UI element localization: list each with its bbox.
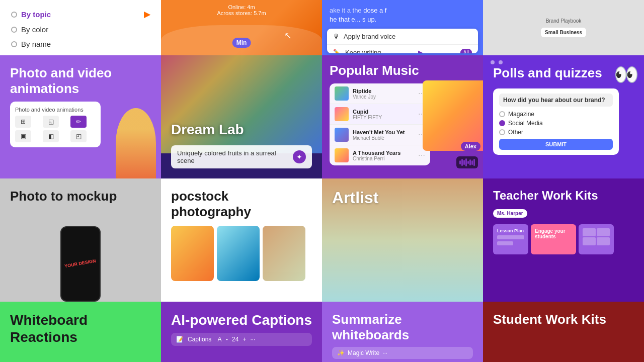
extra-teacher-card [579, 224, 614, 254]
poll-card[interactable]: How did you hear about our brand? Magazi… [493, 88, 619, 155]
waveform [456, 156, 478, 168]
keep-writing-item[interactable]: ✏️ Keep writing ▶ All [327, 45, 478, 53]
radio-other[interactable] [499, 129, 505, 135]
captions-toolbar[interactable]: 📝 Captions A - 24 + ··· [171, 333, 312, 346]
summarize-title: Summarize whiteboards [332, 312, 473, 343]
pv-icon-3-active[interactable]: ✏ [70, 116, 87, 128]
music-layout: Riptide Vance Joy ⋯ Cupid FIFTY FIFTY ⋯ [330, 83, 475, 165]
wave-bar-5 [467, 161, 469, 164]
poll-question: How did you hear about our brand? [499, 94, 613, 107]
topic-dropdown: By topic ▶ By color By name [6, 7, 155, 51]
cursor-indicator: ↖ [284, 30, 292, 41]
music-track-riptide[interactable]: Riptide Vance Joy ⋯ [330, 83, 430, 104]
by-color-item[interactable]: By color [6, 22, 155, 37]
poll-option-social[interactable]: Social Media [499, 120, 613, 127]
magic-write-label: Magic Write [348, 349, 379, 356]
more-options-icon[interactable]: ··· [250, 336, 255, 343]
lesson-plan-label: Lesson Plan [497, 228, 524, 233]
music-track-thousand[interactable]: A Thousand Years Christina Perri ⋯ [330, 145, 430, 165]
captions-icon: 📝 [176, 336, 184, 343]
extra-box-3 [583, 237, 596, 245]
music-player[interactable]: Riptide Vance Joy ⋯ Cupid FIFTY FIFTY ⋯ [330, 83, 430, 165]
font-icon: A [217, 336, 221, 343]
pocstock-photo-3 [263, 226, 305, 281]
wave-bar-6 [469, 159, 471, 165]
teacher-cards: Lesson Plan Engage your students [493, 224, 634, 254]
ai-captions-cell[interactable]: AI-powered Captions 📝 Captions A - 24 + … [161, 302, 322, 362]
captions-label: Captions [188, 336, 211, 343]
magic-write-bar[interactable]: ✨ Magic Write ··· [332, 347, 473, 359]
stores-cell: Online: 4m Across stores: 5.7m Min ↖ [161, 0, 322, 55]
across-stores: Across stores: 5.7m [191, 10, 292, 16]
radio-magazine[interactable] [499, 111, 505, 117]
track-thumb-havent [335, 128, 349, 142]
photo-video-title: Photo and video animations [10, 65, 151, 97]
submit-button[interactable]: SUBMIT [499, 139, 613, 150]
extra-box-2 [597, 228, 610, 236]
apply-brand-voice-item[interactable]: 🎙 Apply brand voice [327, 29, 478, 45]
ai-captions-title: AI-powered Captions [171, 312, 312, 329]
track-artist-riptide: Vance Joy [353, 94, 414, 100]
eyes-icon: 👀 [614, 63, 639, 86]
track-thumb-riptide [335, 86, 349, 101]
pocstock-cell[interactable]: pocstock photography [161, 178, 322, 302]
dot-icon-name [11, 41, 17, 47]
dot-icon-color [11, 27, 17, 33]
track-dots-thousand[interactable]: ⋯ [418, 151, 425, 159]
apply-brand-voice-label: Apply brand voice [344, 33, 395, 40]
dream-prompt[interactable]: Uniquely colored fruits in a surreal sce… [171, 145, 312, 168]
track-artist-thousand: Christina Perri [353, 156, 414, 161]
pocstock-photos [171, 226, 312, 281]
music-track-havent[interactable]: Haven't Met You Yet Michael Bublé ⋯ [330, 125, 430, 145]
music-track-cupid[interactable]: Cupid FIFTY FIFTY ⋯ [330, 104, 430, 125]
whiteboard-cell[interactable]: Whiteboard Reactions [0, 302, 161, 362]
photo-video-cell[interactable]: Photo and video animations Photo and vid… [0, 55, 161, 178]
wave-bar-8 [473, 159, 475, 166]
pv-icon-4[interactable]: ▣ [15, 130, 31, 142]
poll-label-social: Social Media [508, 120, 543, 127]
by-topic-cell: By topic ▶ By color By name [0, 0, 161, 55]
teacher-cell[interactable]: Teacher Work Kits Ms. Harper Lesson Plan… [483, 178, 644, 302]
pv-icon-6[interactable]: ◰ [70, 130, 87, 142]
mockup-title: Photo to mockup [10, 189, 151, 204]
keep-writing-arrow: ▶ [418, 49, 423, 53]
whiteboard-title: Whiteboard Reactions [10, 312, 151, 345]
popular-music-cell[interactable]: Popular Music Riptide Vance Joy ⋯ Cupid … [322, 55, 483, 178]
track-info-thousand: A Thousand Years Christina Perri [353, 150, 414, 161]
track-title-havent: Haven't Met You Yet [353, 129, 414, 135]
polls-title: Polls and quizzes [493, 65, 634, 81]
pv-icon-5[interactable]: ◧ [43, 130, 59, 142]
track-artist-cupid: FIFTY FIFTY [353, 115, 414, 120]
dream-prompt-text: Uniquely colored fruits in a surreal sce… [177, 149, 289, 164]
ms-harper-badge: Ms. Harper [493, 209, 527, 218]
pv-icons-grid: ⊞ ◱ ✏ ▣ ◧ ◰ [15, 116, 96, 142]
poll-option-other[interactable]: Other [499, 129, 613, 136]
pv-card: Photo and video animations ⊞ ◱ ✏ ▣ ◧ ◰ [10, 102, 101, 147]
radio-social[interactable] [499, 120, 505, 126]
generate-button[interactable]: ✦ [293, 150, 306, 163]
artlist-cell[interactable]: Artlist [322, 178, 483, 302]
wave-bar-1 [459, 160, 461, 164]
deco-dot-2 [499, 60, 503, 64]
by-name-item[interactable]: By name [6, 37, 155, 51]
photo-mockup-cell[interactable]: Photo to mockup YOUR DESIGN [0, 178, 161, 302]
dream-lab-cell[interactable]: Dream Lab Uniquely colored fruits in a s… [161, 55, 322, 178]
minus-icon[interactable]: - [225, 335, 228, 343]
student-cell[interactable]: Student Work Kits [483, 302, 644, 362]
poll-option-magazine[interactable]: Magazine [499, 111, 613, 118]
pv-icon-2[interactable]: ◱ [43, 116, 59, 128]
wave-bar-7 [471, 160, 473, 165]
track-title-riptide: Riptide [353, 88, 414, 94]
magic-write-more[interactable]: ··· [382, 349, 387, 356]
wave-bar-3 [463, 160, 465, 165]
plus-icon[interactable]: + [243, 336, 246, 343]
dot-decorations [491, 60, 503, 64]
by-topic-item[interactable]: By topic ▶ [6, 7, 155, 22]
min-badge: Min [232, 38, 251, 48]
by-topic-label: By topic [21, 10, 51, 19]
polls-cell[interactable]: 👀 Polls and quizzes How did you hear abo… [483, 55, 644, 178]
summarize-cell[interactable]: Summarize whiteboards ✨ Magic Write ··· [322, 302, 483, 362]
pv-icon-1[interactable]: ⊞ [15, 116, 31, 128]
alex-badge: Alex [461, 142, 480, 151]
woman-figure [116, 108, 156, 178]
